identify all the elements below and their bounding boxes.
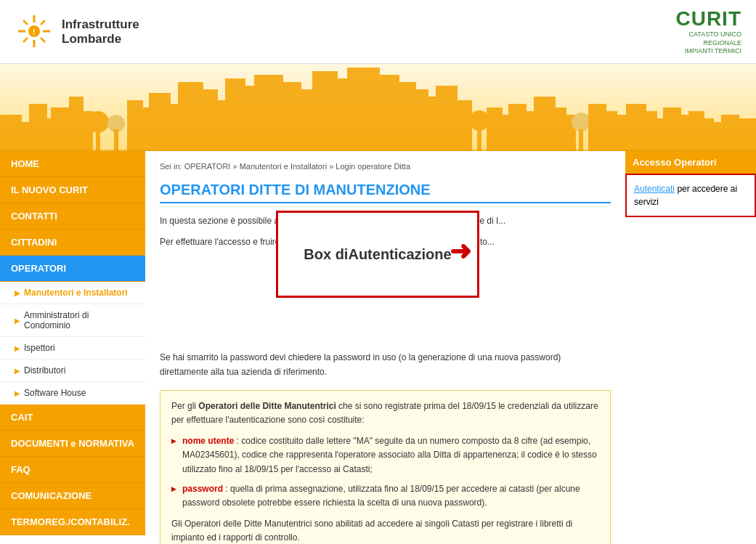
breadcrumb: Sei in: OPERATORI » Manutentori e Instal…: [160, 162, 611, 171]
svg-line-4: [23, 20, 28, 25]
arrow-icon: ▶: [15, 317, 20, 325]
sidebar-item-operatori[interactable]: OPERATORI: [0, 256, 145, 282]
red-arrow-icon: ➜: [450, 236, 471, 267]
svg-point-52: [572, 113, 590, 131]
sidebar-sub-amministratori[interactable]: ▶ Amministratori di Condominio: [0, 304, 145, 337]
svg-point-43: [469, 110, 489, 131]
svg-rect-23: [139, 107, 150, 151]
svg-line-7: [23, 38, 28, 42]
sidebar-sub-manutentori[interactable]: ▶ Manutentori e Installatori: [0, 282, 145, 304]
sidebar-item-cittadini[interactable]: CITTADINI: [0, 230, 145, 256]
arrow-icon: ▶: [15, 389, 20, 397]
svg-rect-19: [96, 129, 100, 151]
sidebar-item-cait[interactable]: CAIT: [0, 405, 145, 431]
sidebar-item-nuovo-curit[interactable]: IL NUOVO CURIT: [0, 177, 145, 203]
svg-rect-26: [178, 82, 203, 151]
svg-line-6: [41, 20, 45, 25]
popup-text-line1: Box di: [304, 244, 348, 264]
info-box: Per gli Operatori delle Ditte Manutentri…: [160, 390, 611, 544]
arrow-icon: ▶: [15, 289, 20, 297]
content-area: Sei in: OPERATORI » Manutentori e Instal…: [145, 151, 625, 544]
svg-rect-42: [454, 100, 472, 151]
arrow-icon: ▶: [15, 344, 20, 352]
info-footer: Gli Operatori delle Ditte Manutentrici s…: [171, 517, 599, 544]
svg-rect-36: [347, 68, 380, 151]
sidebar-item-comunicazione[interactable]: COMUNICAZIONE: [0, 483, 145, 509]
accesso-header: Accesso Operatori: [625, 151, 756, 174]
sidebar-item-termoreg[interactable]: TERMOREG./CONTABILIZ.: [0, 509, 145, 535]
sidebar-sub-distributori[interactable]: ▶ Distributori: [0, 360, 145, 382]
svg-rect-67: [0, 150, 756, 151]
sidebar-item-contatti[interactable]: CONTATTI: [0, 203, 145, 230]
header: ! Infrastrutture Lombarde CURIT CATASTO …: [0, 0, 756, 64]
right-panel: Accesso Operatori Autenticati per accede…: [625, 151, 756, 544]
autenticati-link[interactable]: Autenticati: [634, 184, 675, 194]
sidebar-item-faq[interactable]: FAQ: [0, 457, 145, 483]
logo-area: ! Infrastrutture Lombarde: [15, 12, 139, 52]
logo-text: Infrastrutture Lombarde: [62, 17, 139, 46]
svg-rect-31: [254, 75, 283, 151]
sidebar-sub-ispettori[interactable]: ▶ Ispettori: [0, 337, 145, 360]
info-list-item-password: password : quella di prima assegnazione,…: [171, 482, 599, 510]
skyline-banner: [0, 64, 756, 151]
sidebar-item-documenti[interactable]: DOCUMENTI e NORMATIVA: [0, 431, 145, 457]
content-para3: Se hai smarrito la password devi chieder…: [160, 351, 611, 378]
info-list-item-nome: nome utente : codice costituito dalle le…: [171, 434, 599, 476]
info-list: nome utente : codice costituito dalle le…: [171, 434, 599, 510]
sidebar-sub-software-house[interactable]: ▶ Software House: [0, 382, 145, 405]
svg-line-5: [41, 38, 45, 42]
popup-text-line2: Autenticazione: [348, 244, 451, 264]
svg-text:!: !: [33, 28, 35, 36]
svg-rect-53: [579, 129, 583, 151]
arrow-icon: ▶: [15, 367, 20, 375]
main-layout: HOME IL NUOVO CURIT CONTATTI CITTADINI O…: [0, 151, 756, 544]
info-intro: Per gli Operatori delle Ditte Manutentri…: [171, 399, 599, 427]
svg-rect-21: [114, 129, 118, 151]
accesso-body: Autenticati per accedere ai servizi: [625, 174, 756, 217]
content-section: In questa sezione è possibile accede... …: [160, 214, 611, 379]
sidebar: HOME IL NUOVO CURIT CONTATTI CITTADINI O…: [0, 151, 145, 544]
logo-icon: !: [15, 12, 54, 52]
page-title: OPERATORI DITTE DI MANUTENZIONE: [160, 182, 611, 203]
sidebar-item-home[interactable]: HOME: [0, 151, 145, 177]
curit-logo: CURIT CATASTO UNICO REGIONALE IMPIANTI T…: [675, 7, 741, 56]
auth-box-popup: Box di Autenticazione: [276, 211, 479, 298]
svg-rect-44: [477, 128, 481, 151]
svg-rect-66: [736, 118, 756, 151]
